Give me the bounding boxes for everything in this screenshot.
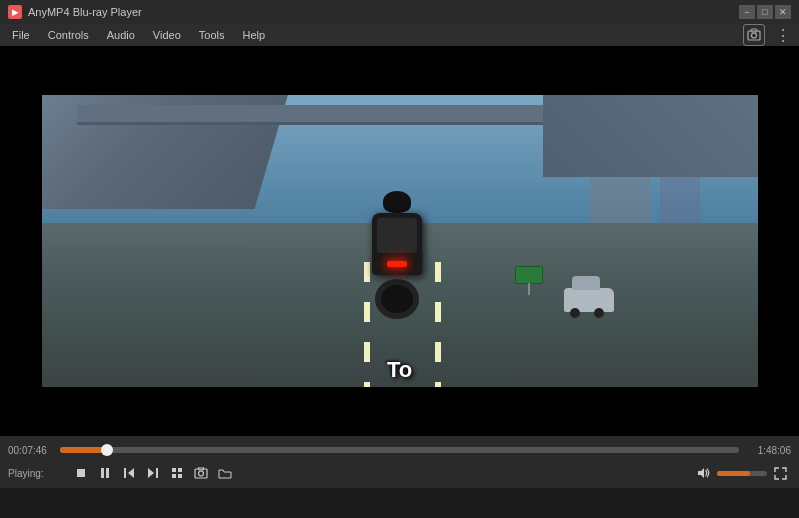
svg-rect-13 <box>178 474 182 478</box>
rider-head <box>383 191 411 212</box>
volume-button[interactable] <box>693 462 715 484</box>
svg-marker-17 <box>698 468 704 478</box>
title-bar-left: ▶ AnyMP4 Blu-ray Player <box>8 5 142 19</box>
volume-fill <box>717 471 750 476</box>
pause-button[interactable] <box>94 462 116 484</box>
motorcycle <box>357 199 437 319</box>
app-icon: ▶ <box>8 5 22 19</box>
video-container[interactable]: To <box>0 46 799 436</box>
rider-armor <box>377 218 417 253</box>
progress-thumb[interactable] <box>101 444 113 456</box>
svg-rect-10 <box>172 468 176 472</box>
progress-row: 00:07:46 1:48:06 <box>8 440 791 460</box>
cinema-bar-bottom <box>42 387 758 419</box>
motorcycle-wheel <box>375 279 419 319</box>
tail-light <box>387 261 407 267</box>
title-bar: ▶ AnyMP4 Blu-ray Player − □ ✕ <box>0 0 799 24</box>
svg-marker-8 <box>148 468 154 478</box>
svg-rect-5 <box>106 468 109 478</box>
svg-rect-7 <box>124 468 126 478</box>
maximize-button[interactable]: □ <box>757 5 773 19</box>
distant-car <box>564 288 614 312</box>
svg-rect-12 <box>172 474 176 478</box>
menu-bar: File Controls Audio Video Tools Help ⋮ <box>0 24 799 46</box>
cinema-bar-top <box>42 63 758 95</box>
menu-right: ⋮ <box>743 24 795 46</box>
next-button[interactable] <box>142 462 164 484</box>
road-sign-pole <box>528 283 530 295</box>
svg-marker-6 <box>128 468 134 478</box>
svg-point-15 <box>199 471 204 476</box>
stop-button[interactable] <box>70 462 92 484</box>
controls-bar: 00:07:46 1:48:06 Playing: <box>0 436 799 488</box>
time-current: 00:07:46 <box>8 445 52 456</box>
snapshot-button[interactable] <box>190 462 212 484</box>
video-frame: To <box>42 63 758 419</box>
more-menu-icon[interactable]: ⋮ <box>771 26 795 45</box>
progress-fill <box>60 447 108 453</box>
menu-controls[interactable]: Controls <box>40 27 97 43</box>
svg-rect-4 <box>101 468 104 478</box>
snapshot-icon[interactable] <box>743 24 765 46</box>
svg-rect-9 <box>156 468 158 478</box>
buttons-row: Playing: <box>8 460 791 486</box>
progress-track[interactable] <box>60 447 739 453</box>
status-text: Playing: <box>8 468 68 479</box>
menu-file[interactable]: File <box>4 27 38 43</box>
folder-button[interactable] <box>214 462 236 484</box>
app-title: AnyMP4 Blu-ray Player <box>28 6 142 18</box>
overpass-left <box>42 81 293 209</box>
minimize-button[interactable]: − <box>739 5 755 19</box>
time-total: 1:48:06 <box>747 445 791 456</box>
svg-point-1 <box>752 33 757 38</box>
fullscreen-button[interactable] <box>769 462 791 484</box>
subtitle-text: To <box>387 357 412 383</box>
menu-audio[interactable]: Audio <box>99 27 143 43</box>
road-sign <box>515 266 543 284</box>
volume-track[interactable] <box>717 471 767 476</box>
svg-rect-11 <box>178 468 182 472</box>
menu-help[interactable]: Help <box>234 27 273 43</box>
close-button[interactable]: ✕ <box>775 5 791 19</box>
prev-button[interactable] <box>118 462 140 484</box>
overpass-right <box>543 81 758 177</box>
menu-button[interactable] <box>166 462 188 484</box>
svg-rect-3 <box>77 469 85 477</box>
menu-video[interactable]: Video <box>145 27 189 43</box>
menu-items: File Controls Audio Video Tools Help <box>4 27 273 43</box>
overpass-bridge <box>77 105 614 125</box>
menu-tools[interactable]: Tools <box>191 27 233 43</box>
window-controls: − □ ✕ <box>739 5 791 19</box>
